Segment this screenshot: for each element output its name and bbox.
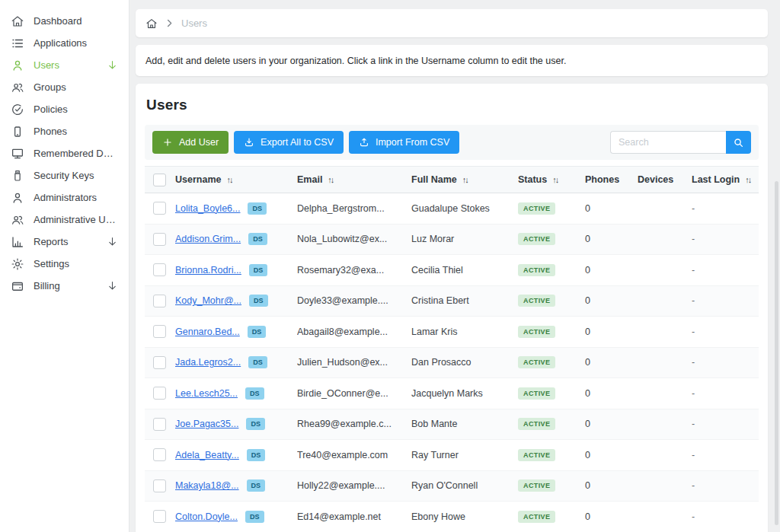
sidebar-item-dashboard[interactable]: Dashboard bbox=[0, 10, 129, 32]
plus-icon bbox=[162, 137, 173, 148]
column-label: Full Name bbox=[411, 174, 457, 185]
ds-badge: DS bbox=[246, 418, 265, 430]
gear-icon bbox=[11, 257, 24, 271]
sidebar-item-administrators[interactable]: Administrators bbox=[0, 186, 129, 209]
username-link[interactable]: Lee.Lesch25... bbox=[175, 388, 238, 399]
sidebar-item-security-keys[interactable]: Security Keys bbox=[0, 164, 129, 186]
status-badge: ACTIVE bbox=[518, 326, 555, 338]
email-cell: Rosemary32@exa... bbox=[297, 265, 411, 276]
column-header-full-name: Full Name↑↓ bbox=[411, 174, 518, 185]
row-checkbox[interactable] bbox=[153, 418, 166, 431]
status-badge: ACTIVE bbox=[518, 202, 555, 215]
home-icon[interactable] bbox=[145, 18, 158, 30]
username-link[interactable]: Adela_Beatty... bbox=[175, 450, 239, 460]
row-checkbox[interactable] bbox=[153, 387, 166, 400]
table-row: Jada.Legros2... DS Julien_Hudson@ex... D… bbox=[145, 348, 759, 379]
email-cell: Nola_Lubowitz@ex... bbox=[297, 234, 411, 244]
username-link[interactable]: Kody_Mohr@... bbox=[175, 295, 241, 306]
sidebar-item-label: Settings bbox=[34, 258, 118, 269]
phones-cell: 0 bbox=[585, 203, 638, 214]
sidebar-item-policies[interactable]: Policies bbox=[0, 98, 129, 120]
username-link[interactable]: Gennaro.Bed... bbox=[175, 327, 240, 337]
phones-cell: 0 bbox=[585, 511, 638, 522]
vertical-scrollbar[interactable] bbox=[775, 181, 778, 525]
import-csv-button[interactable]: Import From CSV bbox=[349, 131, 459, 154]
sort-icon[interactable]: ↑↓ bbox=[226, 175, 233, 184]
full-name-cell: Lamar Kris bbox=[411, 327, 518, 337]
ds-badge: DS bbox=[249, 264, 268, 276]
sidebar-item-billing[interactable]: Billing bbox=[0, 275, 129, 297]
status-badge: ACTIVE bbox=[518, 264, 555, 276]
chevron-down-icon[interactable] bbox=[107, 280, 118, 291]
sidebar-item-label: Remembered Devices bbox=[34, 148, 118, 159]
ds-badge: DS bbox=[248, 233, 267, 245]
row-checkbox[interactable] bbox=[153, 295, 166, 307]
chevron-down-icon[interactable] bbox=[107, 236, 118, 247]
table-body: Lolita_Boyle6... DS Delpha_Bergstrom... … bbox=[145, 193, 759, 532]
row-checkbox[interactable] bbox=[153, 202, 166, 215]
status-badge: ACTIVE bbox=[518, 295, 555, 307]
column-label: Status bbox=[518, 174, 547, 185]
full-name-cell: Ryan O'Connell bbox=[411, 480, 518, 491]
username-link[interactable]: Colton.Doyle... bbox=[175, 511, 238, 522]
sidebar-item-groups[interactable]: Groups bbox=[0, 76, 129, 98]
email-cell: Julien_Hudson@ex... bbox=[297, 357, 411, 368]
row-checkbox[interactable] bbox=[153, 479, 166, 492]
sidebar-item-settings[interactable]: Settings bbox=[0, 253, 129, 275]
phone-icon bbox=[11, 125, 24, 139]
username-link[interactable]: Addison.Grim... bbox=[175, 234, 241, 244]
users-panel: Users Add User Export All to CSV Import … bbox=[136, 84, 768, 532]
row-checkbox[interactable] bbox=[153, 325, 166, 338]
sidebar-item-administrative-units[interactable]: Administrative Units bbox=[0, 209, 129, 231]
breadcrumb-current: Users bbox=[181, 18, 207, 29]
row-checkbox[interactable] bbox=[153, 356, 166, 369]
sort-icon[interactable]: ↑↓ bbox=[552, 175, 559, 184]
home-icon bbox=[11, 14, 24, 28]
ds-badge: DS bbox=[245, 511, 264, 523]
last-login-cell: - bbox=[692, 388, 759, 399]
phones-cell: 0 bbox=[585, 234, 638, 244]
last-login-cell: - bbox=[692, 327, 759, 337]
add-user-button[interactable]: Add User bbox=[152, 131, 229, 154]
search-input[interactable] bbox=[610, 131, 726, 154]
info-text: Add, edit and delete users in your organ… bbox=[145, 56, 566, 66]
last-login-cell: - bbox=[692, 265, 759, 276]
full-name-cell: Jacquelyn Marks bbox=[411, 388, 518, 399]
ds-badge: DS bbox=[248, 202, 267, 215]
users-icon bbox=[11, 81, 24, 94]
last-login-cell: - bbox=[692, 450, 759, 460]
ds-badge: DS bbox=[245, 387, 264, 400]
ds-badge: DS bbox=[248, 356, 267, 368]
email-cell: Doyle33@example.... bbox=[297, 295, 411, 306]
sort-icon[interactable]: ↑↓ bbox=[462, 175, 469, 184]
export-csv-button[interactable]: Export All to CSV bbox=[234, 131, 344, 154]
status-badge: ACTIVE bbox=[518, 511, 555, 523]
sort-icon[interactable]: ↑↓ bbox=[745, 175, 752, 184]
ds-badge: DS bbox=[247, 479, 266, 492]
username-link[interactable]: Brionna.Rodri... bbox=[175, 265, 241, 276]
column-label: Username bbox=[175, 174, 221, 185]
row-checkbox[interactable] bbox=[153, 233, 166, 246]
sidebar-item-label: Policies bbox=[34, 104, 118, 115]
breadcrumb: Users bbox=[136, 9, 768, 37]
sort-icon[interactable]: ↑↓ bbox=[328, 175, 334, 184]
phones-cell: 0 bbox=[585, 327, 638, 337]
sidebar-item-users[interactable]: Users bbox=[0, 54, 129, 76]
chevron-down-icon[interactable] bbox=[107, 59, 118, 71]
username-link[interactable]: Lolita_Boyle6... bbox=[175, 203, 240, 214]
sidebar-item-remembered-devices[interactable]: Remembered Devices bbox=[0, 142, 129, 164]
select-all-checkbox[interactable] bbox=[153, 174, 166, 186]
row-checkbox[interactable] bbox=[153, 510, 166, 523]
sidebar-item-applications[interactable]: Applications bbox=[0, 32, 129, 54]
sidebar-item-reports[interactable]: Reports bbox=[0, 231, 129, 253]
users-table: Username↑↓Email↑↓Full Name↑↓Status↑↓Phon… bbox=[145, 166, 759, 532]
username-link[interactable]: Joe.Pagac35... bbox=[175, 419, 238, 429]
search-button[interactable] bbox=[726, 131, 751, 154]
username-link[interactable]: Jada.Legros2... bbox=[175, 357, 241, 368]
row-checkbox[interactable] bbox=[153, 263, 166, 276]
username-link[interactable]: Makayla18@... bbox=[175, 480, 239, 491]
email-cell: Birdie_OConner@e... bbox=[297, 388, 411, 399]
row-checkbox[interactable] bbox=[153, 448, 166, 461]
table-row: Brionna.Rodri... DS Rosemary32@exa... Ce… bbox=[145, 255, 759, 286]
sidebar-item-phones[interactable]: Phones bbox=[0, 120, 129, 142]
